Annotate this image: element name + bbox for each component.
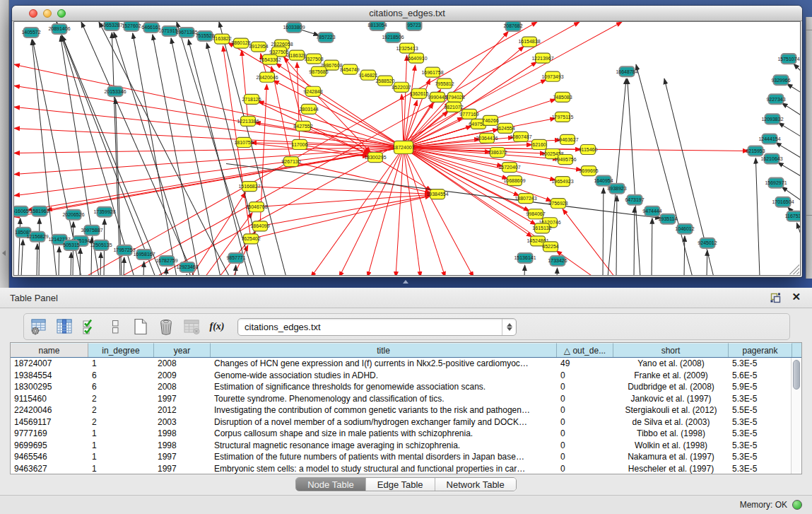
- function-builder-icon[interactable]: f(x): [206, 317, 228, 336]
- graph-node[interactable]: 1167533: [785, 211, 801, 221]
- graph-node[interactable]: 10653287: [100, 22, 122, 30]
- graph-node[interactable]: 3624554: [495, 123, 514, 133]
- graph-node[interactable]: 9857771: [226, 253, 245, 263]
- graph-node[interactable]: 95723: [407, 22, 422, 30]
- graph-node[interactable]: 12213967: [531, 53, 553, 63]
- graph-node[interactable]: 8427552: [293, 121, 312, 131]
- graph-node[interactable]: 20364436: [476, 133, 498, 143]
- graph-node[interactable]: 9984067: [526, 209, 545, 219]
- graph-node[interactable]: 8522037: [392, 82, 411, 92]
- memory-indicator-icon[interactable]: [792, 500, 802, 510]
- delete-trash-icon[interactable]: [155, 317, 177, 336]
- table-row[interactable]: 946362711997Embryonic stem cells: a mode…: [11, 463, 801, 475]
- graph-node[interactable]: 18724007: [392, 141, 414, 153]
- column-header-pagerank[interactable]: pagerank: [729, 343, 792, 357]
- graph-node[interactable]: 452254: [542, 242, 558, 252]
- graph-node[interactable]: 8215953: [746, 146, 765, 156]
- graph-node[interactable]: 7625402: [241, 234, 260, 244]
- graph-node[interactable]: 16210643: [760, 154, 782, 164]
- graph-node[interactable]: 17016504: [772, 197, 794, 207]
- select-all-checks-icon[interactable]: [79, 317, 100, 336]
- column-header-name[interactable]: name: [11, 343, 88, 357]
- float-panel-icon[interactable]: [770, 293, 781, 303]
- table-settings-icon[interactable]: [28, 317, 49, 336]
- graph-node[interactable]: 2588520: [375, 76, 394, 86]
- citation-edge-black[interactable]: [188, 40, 249, 276]
- citation-edge-black[interactable]: [782, 103, 801, 116]
- window-titlebar[interactable]: citations_edges.txt: [12, 6, 802, 21]
- graph-node[interactable]: 7386372: [488, 147, 507, 157]
- graph-node[interactable]: 12325413: [396, 43, 418, 53]
- citation-edge-red[interactable]: [14, 147, 404, 174]
- citation-edge-black[interactable]: [37, 244, 37, 276]
- new-column-document-icon[interactable]: [130, 317, 151, 336]
- citation-edge-black[interactable]: [787, 84, 801, 93]
- graph-node[interactable]: 30975887: [81, 226, 102, 235]
- graph-node[interactable]: 20206526: [62, 210, 84, 220]
- graph-node[interactable]: 12156829: [26, 232, 48, 242]
- table-row[interactable]: 977716911998Corpus callosum shape and si…: [11, 428, 801, 440]
- table-row[interactable]: 1830029562008Estimation of significance …: [11, 381, 801, 393]
- citation-edge-red[interactable]: [396, 147, 404, 276]
- citation-edge-red[interactable]: [367, 147, 404, 276]
- graph-node[interactable]: 19463627: [556, 134, 578, 144]
- graph-node[interactable]: 2718126: [242, 94, 261, 104]
- citation-edge-red[interactable]: [14, 147, 404, 216]
- graph-node[interactable]: 12923468: [176, 262, 198, 272]
- graph-node[interactable]: 10688609: [503, 176, 525, 186]
- tab-node-table[interactable]: Node Table: [296, 478, 366, 491]
- graph-node[interactable]: 9227343: [766, 94, 785, 104]
- graph-node[interactable]: 16961758: [421, 67, 443, 77]
- citation-edge-red[interactable]: [404, 147, 445, 276]
- scrollbar-thumb[interactable]: [793, 360, 800, 390]
- graph-node[interactable]: 9474444: [642, 206, 661, 216]
- graph-node[interactable]: 9242848: [303, 86, 322, 96]
- graph-node[interactable]: 12093832: [761, 114, 783, 124]
- graph-node[interactable]: 1046012: [675, 224, 694, 234]
- table-row[interactable]: 1938455462009Genome-wide association stu…: [11, 370, 801, 382]
- column-header-out_degree[interactable]: △ out_de...: [557, 343, 613, 357]
- citation-edge-black[interactable]: [171, 38, 220, 276]
- graph-node[interactable]: 12213386: [237, 116, 259, 126]
- citation-edge-black[interactable]: [794, 64, 801, 71]
- graph-node[interactable]: 20153346: [104, 86, 126, 96]
- citation-edge-black[interactable]: [39, 218, 40, 276]
- column-header-title[interactable]: title: [211, 343, 557, 357]
- graph-node[interactable]: 9245012: [698, 238, 717, 248]
- graph-node[interactable]: 1864099: [250, 221, 269, 231]
- citation-edge-black[interactable]: [557, 268, 558, 276]
- citation-edge-red[interactable]: [257, 194, 430, 206]
- column-header-short[interactable]: short: [613, 343, 729, 357]
- graph-node[interactable]: 9699695: [579, 166, 598, 176]
- citation-edge-black[interactable]: [778, 163, 801, 177]
- citation-edge-red[interactable]: [563, 209, 615, 276]
- graph-node[interactable]: 9329966: [771, 75, 790, 85]
- graph-node[interactable]: 10807487: [510, 132, 531, 141]
- graph-node[interactable]: 2935114: [659, 214, 678, 224]
- import-table-disabled-icon[interactable]: [181, 317, 202, 336]
- graph-node[interactable]: 15136141: [514, 253, 536, 263]
- citation-edge-black[interactable]: [616, 196, 617, 276]
- table-row[interactable]: 1872400712008Changes of HCN gene express…: [11, 358, 801, 370]
- rows-icon[interactable]: [105, 317, 126, 336]
- citation-edge-black[interactable]: [707, 250, 707, 276]
- citation-edge-black[interactable]: [112, 33, 120, 276]
- column-header-in_degree[interactable]: in_degree: [88, 343, 154, 357]
- graph-node[interactable]: 8860128: [231, 38, 250, 48]
- graph-node[interactable]: 17957253: [113, 245, 135, 255]
- graph-node[interactable]: 1733426: [548, 256, 567, 266]
- citation-edge-black[interactable]: [634, 207, 635, 276]
- graph-node[interactable]: 6473197: [625, 195, 644, 205]
- graph-node[interactable]: 746266: [482, 115, 498, 125]
- tab-network-table[interactable]: Network Table: [435, 478, 516, 491]
- graph-node[interactable]: 2087682: [503, 22, 522, 31]
- network-canvas[interactable]: 1872400712325413166409101696175879558121…: [13, 21, 801, 276]
- citation-edge-black[interactable]: [100, 252, 101, 276]
- citation-edge-red[interactable]: [404, 147, 420, 276]
- graph-node[interactable]: 505315: [63, 240, 79, 250]
- close-panel-icon[interactable]: ✕: [792, 291, 801, 303]
- table-row[interactable]: 946554611997Estimation of the future num…: [11, 451, 801, 463]
- citation-edge-black[interactable]: [71, 252, 71, 276]
- citation-edge-black[interactable]: [684, 236, 685, 276]
- graph-node[interactable]: 7955812: [435, 78, 454, 88]
